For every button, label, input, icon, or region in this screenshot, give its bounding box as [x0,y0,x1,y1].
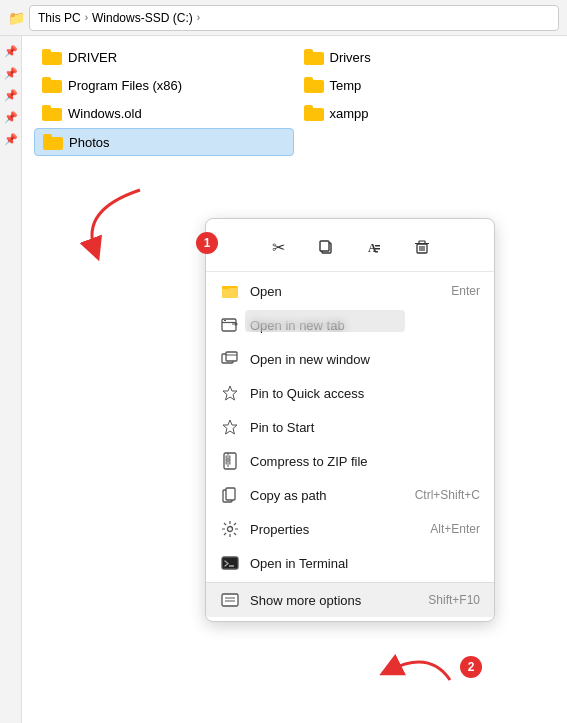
sidebar-pin-4[interactable]: 📌 [4,110,18,124]
cm-rename-button[interactable]: A [358,231,390,263]
file-item-temp[interactable]: Temp [296,72,556,98]
explorer-window: 📁 This PC › Windows-SSD (C:) › 📌 📌 📌 📌 📌… [0,0,567,723]
file-label-driver: DRIVER [68,50,117,65]
cm-item-show-more[interactable]: Show more options Shift+F10 [206,582,494,617]
folder-icon-photos [43,134,63,150]
file-item-photos[interactable]: Photos [34,128,294,156]
file-grid: DRIVER Drivers Program Files (x86) Temp … [34,44,555,156]
file-label-windowsold: Windows.old [68,106,142,121]
cm-delete-button[interactable] [406,231,438,263]
file-label-xampp: xampp [330,106,369,121]
pin-start-icon [220,417,240,437]
cm-label-open-terminal: Open in Terminal [250,556,480,571]
folder-icon-temp [304,77,324,93]
file-label-photos: Photos [69,135,109,150]
cm-label-open: Open [250,284,441,299]
step-badge-2: 2 [460,656,482,678]
file-item-windows-old[interactable]: Windows.old [34,100,294,126]
cm-shortcut-show-more: Shift+F10 [428,593,480,607]
svg-rect-6 [375,251,378,253]
folder-icon-xampp [304,105,324,121]
cm-label-properties: Properties [250,522,420,537]
cm-label-copy-path: Copy as path [250,488,405,503]
open-new-tab-icon [220,315,240,335]
open-icon [220,281,240,301]
properties-icon [220,519,240,539]
folder-icon-windowsold [42,105,62,121]
file-label-drivers: Drivers [330,50,371,65]
file-item-program-files-x86[interactable]: Program Files (x86) [34,72,294,98]
address-bar-nav: 📁 [8,10,25,26]
cm-item-pin-start[interactable]: Pin to Start [206,410,494,444]
folder-icon-drivers [304,49,324,65]
cm-item-open-terminal[interactable]: Open in Terminal [206,546,494,580]
sidebar-pin-3[interactable]: 📌 [4,88,18,102]
cm-cut-button[interactable]: ✂ [262,231,294,263]
svg-rect-20 [226,352,237,361]
file-label-programfiles: Program Files (x86) [68,78,182,93]
address-bar: 📁 This PC › Windows-SSD (C:) › [0,0,567,36]
compress-zip-icon [220,451,240,471]
svg-rect-5 [375,248,380,250]
file-item-empty [296,128,556,156]
blur-overlay-1 [245,310,405,332]
cm-item-pin-quick[interactable]: Pin to Quick access [206,376,494,410]
cm-shortcut-properties: Alt+Enter [430,522,480,536]
path-segment-drive[interactable]: Windows-SSD (C:) [92,11,193,25]
context-menu: ✂ A [205,218,495,622]
sidebar-pin-2[interactable]: 📌 [4,66,18,80]
cm-item-compress-zip[interactable]: Compress to ZIP file [206,444,494,478]
sidebar-pin-1[interactable]: 📌 [4,44,18,58]
svg-rect-32 [222,594,238,606]
context-menu-toolbar: ✂ A [206,223,494,272]
path-segment-thispc[interactable]: This PC [38,11,81,25]
path-chevron-1: › [85,12,88,23]
sidebar: 📌 📌 📌 📌 📌 [0,36,22,723]
cm-label-compress-zip: Compress to ZIP file [250,454,480,469]
cm-label-open-new-window: Open in new window [250,352,480,367]
cm-label-pin-quick: Pin to Quick access [250,386,480,401]
step-badge-1: 1 [196,232,218,254]
nav-icon: 📁 [8,10,25,26]
address-bar-path[interactable]: This PC › Windows-SSD (C:) › [29,5,559,31]
cm-copy-button[interactable] [310,231,342,263]
cm-label-show-more: Show more options [250,593,418,608]
svg-rect-30 [222,557,238,569]
svg-rect-15 [222,286,229,289]
file-item-xampp[interactable]: xampp [296,100,556,126]
cm-shortcut-copy-path: Ctrl+Shift+C [415,488,480,502]
terminal-icon [220,553,240,573]
svg-rect-28 [226,488,235,500]
cm-shortcut-open: Enter [451,284,480,298]
svg-rect-4 [375,245,380,247]
pin-quick-icon [220,383,240,403]
svg-rect-14 [222,288,238,298]
cm-item-properties[interactable]: Properties Alt+Enter [206,512,494,546]
cm-item-copy-path[interactable]: Copy as path Ctrl+Shift+C [206,478,494,512]
cm-label-pin-start: Pin to Start [250,420,480,435]
cm-item-open-new-window[interactable]: Open in new window [206,342,494,376]
folder-icon-programfiles [42,77,62,93]
copy-path-icon [220,485,240,505]
svg-rect-24 [226,456,230,458]
svg-rect-2 [320,241,329,251]
sidebar-pin-5[interactable]: 📌 [4,132,18,146]
file-label-temp: Temp [330,78,362,93]
path-chevron-2: › [197,12,200,23]
cm-item-open[interactable]: Open Enter [206,274,494,308]
folder-icon-driver [42,49,62,65]
svg-rect-26 [226,462,230,464]
open-new-window-icon [220,349,240,369]
file-item-driver[interactable]: DRIVER [34,44,294,70]
svg-rect-25 [226,459,230,461]
svg-point-29 [228,527,233,532]
show-more-icon [220,590,240,610]
file-item-drivers[interactable]: Drivers [296,44,556,70]
